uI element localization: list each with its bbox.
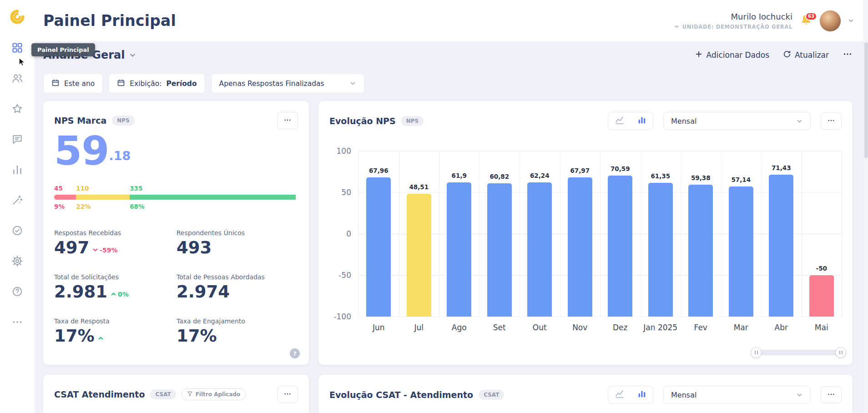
scrollbar-thumb[interactable] (864, 42, 868, 158)
profile-chevron-down-icon[interactable] (848, 17, 854, 24)
chart-bar-group[interactable]: -50 (802, 151, 842, 317)
user-meta: Murilo Iochucki UNIDADE: DEMONSTRAÇÃO GE… (674, 12, 792, 30)
x-axis-label: Set (479, 323, 520, 332)
chart-bar[interactable] (487, 183, 512, 317)
chart-bar-group[interactable]: 67,97 (560, 151, 601, 317)
zoom-slider-track[interactable] (751, 350, 846, 355)
card-menu-button[interactable] (277, 112, 298, 129)
app-logo-icon (7, 7, 27, 29)
chevron-down-icon (349, 80, 356, 87)
sidebar-item-more[interactable] (8, 314, 26, 332)
chart-bar-group[interactable]: 48,51 (399, 151, 439, 317)
refresh-label: Atualizar (795, 50, 829, 60)
cards-row-1: NPS Marca NPS 59 .18 45110335 9%22%68% (43, 101, 853, 365)
refresh-button[interactable]: Atualizar (783, 50, 829, 60)
chart-bar[interactable] (447, 182, 471, 317)
stat-value: 2.974 (177, 282, 298, 302)
magic-wand-icon (11, 194, 23, 208)
vertical-scrollbar[interactable] (863, 0, 868, 413)
stat-item: Total de Pessoas Abordadas2.974 (177, 273, 298, 302)
line-chart-toggle[interactable] (608, 112, 631, 130)
sidebar-item-favorites[interactable] (8, 101, 26, 119)
chart-bar-group[interactable]: 61,9 (439, 151, 479, 317)
chevron-down-icon (796, 392, 803, 398)
add-data-button[interactable]: Adicionar Dados (695, 50, 769, 60)
nps-marca-card: NPS Marca NPS 59 .18 45110335 9%22%68% (43, 101, 309, 365)
display-mode-button[interactable]: Exibição: Período (109, 73, 205, 94)
card-menu-button[interactable] (821, 386, 842, 403)
chart-bar[interactable] (608, 176, 632, 317)
chart-zoom-slider[interactable] (751, 347, 846, 358)
chart-bar[interactable] (366, 177, 391, 317)
nps-segment-detractors (54, 195, 76, 200)
gear-icon (11, 255, 23, 269)
chart-bar[interactable] (809, 275, 834, 317)
bar-value-label: 60,82 (490, 173, 509, 180)
nps-segment-promoters (130, 195, 295, 200)
sidebar-item-dashboard[interactable] (8, 40, 26, 58)
bar-chart-toggle[interactable] (631, 112, 653, 130)
zoom-slider-left-handle[interactable] (751, 347, 762, 358)
sidebar-item-feedback[interactable] (8, 131, 26, 149)
chart-controls: Mensal (608, 386, 842, 404)
chart-bar-group[interactable]: 59,38 (681, 151, 721, 317)
zoom-slider-right-handle[interactable] (835, 347, 846, 358)
card-title: Evolução CSAT - Atendimento (329, 390, 473, 400)
sidebar-item-automation[interactable] (8, 192, 26, 210)
chevron-down-icon (129, 51, 136, 59)
chart-bar-group[interactable]: 62,24 (520, 151, 560, 317)
granularity-select[interactable]: Mensal (663, 386, 811, 404)
sidebar-item-tasks[interactable] (8, 222, 26, 241)
x-axis-label: Jul (399, 323, 439, 332)
responses-filter-select[interactable]: Apenas Respostas Finalizadas (211, 73, 364, 94)
bar-value-label: 71,43 (772, 164, 791, 171)
chart-bar[interactable] (769, 175, 793, 317)
line-chart-toggle[interactable] (608, 386, 631, 403)
responses-filter-value: Apenas Respostas Finalizadas (219, 80, 324, 88)
sidebar-item-help[interactable] (8, 283, 26, 302)
stat-label: Total de Pessoas Abordadas (177, 273, 298, 281)
app-logo[interactable] (7, 8, 27, 28)
csat-badge: CSAT (479, 390, 504, 400)
y-axis-tick: 100 (337, 146, 351, 156)
more-options-button[interactable] (843, 49, 853, 61)
nps-score-main: 59 (54, 131, 109, 171)
granularity-select[interactable]: Mensal (663, 112, 811, 130)
chart-bar-group[interactable]: 70,59 (600, 151, 641, 317)
filter-bar: Este ano Exibição: Período Apenas Respos… (43, 73, 853, 94)
chart-bar-group[interactable]: 61,35 (641, 151, 681, 317)
chart-bar-group[interactable]: 67,96 (358, 151, 399, 317)
card-menu-button[interactable] (821, 112, 842, 130)
chart-bar[interactable] (568, 177, 592, 317)
user-avatar[interactable] (820, 10, 841, 31)
evolution-chart-xaxis: JunJulAgoSetOutNovDezJan 2025FevMarAbrMa… (358, 323, 842, 332)
sidebar-item-contacts[interactable] (8, 70, 26, 88)
nps-segment-count: 110 (76, 185, 89, 192)
sidebar-item-reports[interactable] (8, 161, 26, 180)
x-axis-label: Dez (600, 323, 641, 332)
card-header: Evolução NPS NPS (329, 112, 842, 130)
bar-value-label: 67,96 (369, 167, 389, 174)
period-filter-button[interactable]: Este ano (43, 73, 103, 94)
bar-chart-toggle[interactable] (631, 386, 653, 403)
chart-bar-group[interactable]: 57,14 (721, 151, 762, 317)
filter-applied-label: Filtro Aplicado (196, 391, 241, 398)
bar-chart-icon (11, 164, 23, 177)
main-area: Painel Principal Murilo Iochucki UNIDADE… (35, 0, 868, 413)
chart-bar[interactable] (729, 186, 753, 317)
ellipsis-icon (283, 116, 292, 126)
card-menu-button[interactable] (277, 386, 298, 403)
chart-bar[interactable] (688, 185, 713, 317)
chart-bar[interactable] (407, 194, 431, 317)
help-button[interactable]: ? (290, 348, 300, 358)
chart-bar-group[interactable]: 60,82 (479, 151, 520, 317)
sidebar-item-settings[interactable] (8, 253, 26, 271)
page-title: Painel Principal (43, 12, 176, 30)
chart-bar[interactable] (527, 182, 552, 317)
chart-bar-group[interactable]: 71,43 (761, 151, 802, 317)
unit-selector[interactable]: UNIDADE: DEMONSTRAÇÃO GERAL (674, 24, 792, 30)
chart-bar[interactable] (648, 183, 673, 317)
add-data-label: Adicionar Dados (707, 50, 769, 60)
bar-value-label: 61,9 (452, 172, 467, 179)
notifications-button[interactable]: 63 (799, 13, 813, 29)
